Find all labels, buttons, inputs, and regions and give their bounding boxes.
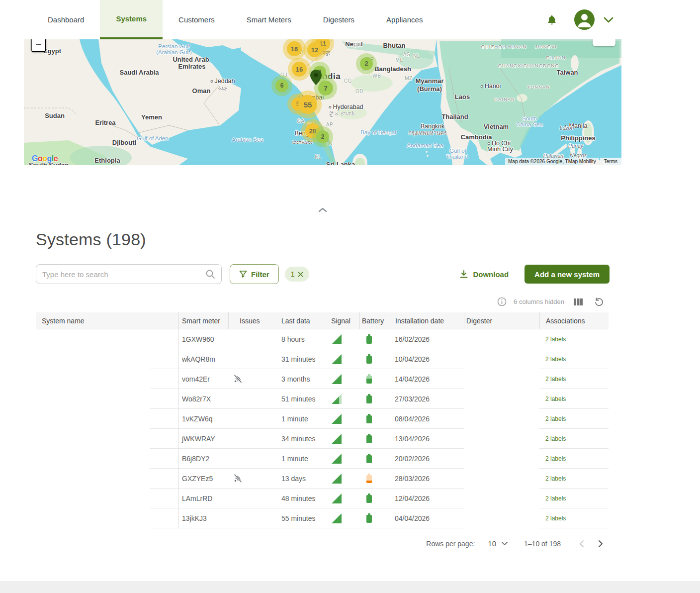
nav-tab-appliances[interactable]: Appliances	[370, 0, 438, 39]
associations-labels-link[interactable]: 2 labels	[545, 455, 566, 462]
associations-labels-link[interactable]: 2 labels	[545, 336, 566, 343]
col-header-battery[interactable]: Battery	[359, 312, 391, 329]
table-row[interactable]: jWKWRAY34 minutes13/04/20262 labels	[36, 429, 609, 449]
associations-labels-link[interactable]: 2 labels	[545, 415, 566, 422]
map-terms-link[interactable]: Terms	[600, 158, 621, 165]
notification-bell-icon[interactable]	[546, 14, 558, 26]
map-cluster-marker[interactable]: 55	[298, 95, 317, 114]
cell-smart-meter: wkAQR8m	[178, 349, 228, 369]
cell-system-name	[36, 409, 150, 429]
cell-system-name	[36, 329, 150, 349]
search-input[interactable]	[42, 270, 201, 279]
col-header-smart-meter[interactable]: Smart meter	[178, 312, 228, 329]
filter-count: 1	[291, 270, 295, 278]
table-row[interactable]: vom42Er3 months14/04/20262 labels	[36, 369, 609, 389]
map-label-country: Saudi Arabia	[120, 69, 159, 76]
collapse-map-chevron-up-icon[interactable]	[318, 207, 328, 213]
page-range-label: 1–10 of 198	[524, 540, 561, 548]
associations-labels-link[interactable]: 2 labels	[545, 495, 566, 502]
nav-tab-digesters[interactable]: Digesters	[307, 0, 370, 39]
map-label-country: United Arab	[173, 56, 209, 63]
nav-tab-systems[interactable]: Systems	[100, 0, 163, 39]
map-cluster-marker[interactable]: 6	[275, 79, 288, 92]
nav-tab-customers[interactable]: Customers	[163, 0, 231, 39]
col-header-installation-date[interactable]: Installation date	[391, 312, 464, 329]
col-header-issues[interactable]: Issues	[228, 312, 279, 329]
columns-icon[interactable]	[573, 297, 583, 306]
associations-labels-link[interactable]: 2 labels	[545, 376, 566, 383]
nav-tab-smart-meters[interactable]: Smart Meters	[231, 0, 307, 39]
table-row[interactable]: B6j8DY21 minute20/02/20262 labels	[36, 449, 609, 469]
map-cluster-marker[interactable]: 12	[307, 42, 322, 57]
map-label-sea: Gulf of	[449, 148, 466, 154]
search-box	[36, 264, 222, 284]
associations-labels-link[interactable]: 2 labels	[545, 356, 566, 363]
previous-page-button[interactable]	[579, 540, 584, 548]
table-row[interactable]: GXZYEz513 days28/03/20262 labels	[36, 469, 609, 489]
cell-associations: 2 labels	[539, 508, 609, 528]
map-pin-icon[interactable]	[310, 70, 322, 85]
cell-signal	[330, 449, 359, 469]
signal-medium-icon	[331, 394, 342, 404]
cell-battery	[359, 489, 391, 508]
map-cluster-marker[interactable]: 16	[292, 62, 307, 77]
cell-digester	[464, 429, 539, 449]
map-label-city: Hyderabad	[329, 103, 363, 110]
col-header-signal[interactable]: Signal	[330, 312, 359, 329]
table-body: 1GXW9608 hours16/02/20262 labelswkAQR8m3…	[36, 329, 609, 528]
map-label-country: Ethiopia	[94, 157, 120, 164]
map-label-prov: FUJIAN	[546, 55, 565, 60]
col-header-system-name[interactable]: System name	[36, 312, 150, 329]
table-row[interactable]: 13jkKJ355 minutes04/04/20262 labels	[36, 508, 609, 528]
next-page-button[interactable]	[598, 540, 604, 548]
map-label-country: Myanmar	[415, 77, 443, 85]
table-row[interactable]: LAmLrRD48 minutes12/04/20262 labels	[36, 489, 609, 508]
map-zoom-out-button[interactable]: −	[31, 39, 46, 52]
columns-hidden-label: 6 columns hidden	[514, 298, 564, 305]
cell-signal	[330, 369, 359, 389]
map-cluster-marker[interactable]: 16	[287, 41, 302, 56]
nav-tab-dashboard[interactable]: Dashboard	[32, 0, 100, 39]
col-header-digester[interactable]: Digester	[464, 312, 539, 329]
cell-installation-date: 28/03/2026	[391, 469, 464, 489]
map-cluster-marker[interactable]: 2	[360, 57, 373, 70]
rows-per-page-select[interactable]: 10	[488, 539, 508, 548]
systems-map[interactable]: EgyptSaudi ArabiaUnited ArabEmiratesOman…	[24, 39, 621, 165]
associations-labels-link[interactable]: 2 labels	[545, 395, 566, 402]
add-new-system-button[interactable]: Add a new system	[525, 265, 610, 284]
avatar[interactable]	[574, 9, 595, 30]
table-row[interactable]: wkAQR8m31 minutes10/04/20262 labels	[36, 349, 609, 369]
map-fullscreen-button[interactable]	[593, 39, 615, 46]
col-header-last-data[interactable]: Last data	[279, 312, 330, 329]
cell-battery	[359, 409, 391, 429]
col-header-associations[interactable]: Associations	[539, 312, 609, 329]
signal-full-icon	[331, 354, 342, 365]
map-label-country: Sri Lanka	[326, 161, 355, 166]
associations-labels-link[interactable]: 2 labels	[545, 475, 566, 482]
filter-button[interactable]: Filter	[230, 264, 279, 284]
active-filter-chip[interactable]: 1	[285, 267, 310, 282]
table-row[interactable]: Wo82r7X51 minutes27/03/20262 labels	[36, 389, 609, 409]
table-row[interactable]: 1GXW9608 hours16/02/20262 labels	[36, 329, 609, 349]
city-dot-icon	[481, 85, 483, 88]
download-button[interactable]: Download	[459, 270, 509, 279]
filter-label: Filter	[251, 270, 269, 279]
cell-installation-date: 27/03/2026	[391, 389, 464, 409]
cell-digester	[464, 389, 539, 409]
cell-digester	[464, 449, 539, 469]
map-label-country: Vietnam	[484, 123, 509, 130]
map-label-city: Jeddah	[210, 78, 235, 85]
city-dot-icon	[329, 106, 331, 108]
info-icon[interactable]	[497, 297, 507, 306]
associations-labels-link[interactable]: 2 labels	[545, 515, 566, 522]
reset-icon[interactable]	[594, 297, 604, 306]
table-row[interactable]: 1vKZW6q1 minute08/04/20262 labels	[36, 409, 609, 429]
chevron-down-icon[interactable]	[603, 16, 614, 23]
associations-labels-link[interactable]: 2 labels	[545, 435, 566, 442]
map-cluster-marker[interactable]: 2	[316, 130, 329, 143]
chip-close-icon[interactable]	[298, 272, 303, 277]
map-label-country: Bhutan	[383, 42, 406, 49]
cell-digester	[464, 409, 539, 429]
cell-issues	[228, 429, 279, 449]
cell-signal	[330, 429, 359, 449]
